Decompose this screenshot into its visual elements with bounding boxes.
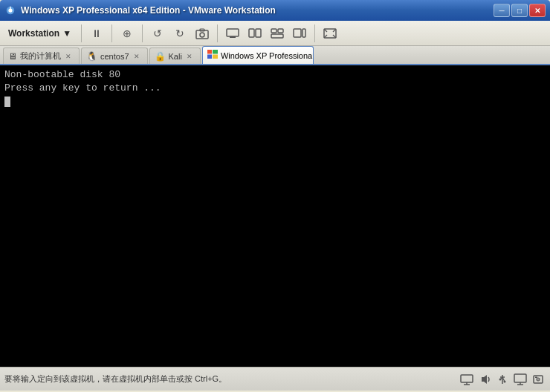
workstation-menu-label: Workstation (8, 28, 59, 39)
title-bar: Windows XP Professional x64 Edition - VM… (0, 0, 550, 21)
svg-rect-14 (302, 29, 305, 37)
usb-status-icon[interactable] (495, 372, 510, 387)
console-line1: Non-bootable disk 80 (4, 68, 546, 82)
network-status-icon[interactable] (459, 372, 474, 387)
snapshot-button[interactable] (192, 24, 213, 43)
pause-button[interactable]: ⏸ (86, 24, 107, 43)
svg-rect-33 (535, 376, 537, 378)
svg-rect-18 (207, 55, 212, 59)
console-line2: Press any key to return ... (4, 82, 546, 95)
tab-winxp[interactable]: Windows XP Professional ... ✕ (202, 46, 314, 64)
svg-point-4 (200, 33, 204, 37)
svg-rect-8 (249, 29, 254, 37)
view4-button[interactable] (289, 24, 310, 43)
svg-rect-12 (271, 34, 283, 38)
toolbar-separator-0 (81, 24, 82, 42)
revert-button[interactable]: ↺ (147, 24, 168, 43)
maximize-button[interactable]: □ (511, 4, 528, 17)
tab-my-computer-icon: 🖥 (8, 51, 17, 62)
tab-my-computer-close[interactable]: ✕ (64, 52, 73, 61)
tab-centos7[interactable]: 🐧 centos7 ✕ (81, 48, 148, 64)
toolbar-separator-2 (142, 24, 143, 42)
svg-rect-17 (213, 50, 218, 54)
tab-my-computer-label: 我的计算机 (20, 50, 61, 62)
tab-kali[interactable]: 🔒 Kali ✕ (149, 48, 201, 64)
svg-point-32 (537, 379, 539, 380)
forward-button[interactable]: ↻ (169, 24, 190, 43)
status-bar: 要将输入定向到该虚拟机，请在虚拟机内部单击或按 Ctrl+G。 (0, 367, 550, 391)
workstation-menu[interactable]: Workstation ▼ (3, 26, 77, 41)
audio-status-icon[interactable] (477, 372, 492, 387)
svg-rect-9 (256, 29, 261, 37)
cursor (4, 97, 10, 107)
fullscreen-button[interactable] (320, 24, 340, 43)
vm-console: Non-bootable disk 80 Press any key to re… (0, 65, 550, 112)
vm-screen[interactable]: Non-bootable disk 80 Press any key to re… (0, 65, 550, 367)
toolbar: Workstation ▼ ⏸ ⊕ ↺ ↻ (0, 21, 550, 46)
toolbar-separator-3 (217, 24, 218, 42)
vm-settings-button[interactable]: ⊕ (117, 24, 138, 43)
svg-rect-7 (230, 36, 236, 38)
console-line3 (4, 95, 546, 108)
tab-winxp-icon (207, 50, 218, 61)
tab-kali-icon: 🔒 (155, 51, 166, 62)
view1-button[interactable] (222, 24, 243, 43)
svg-rect-20 (461, 375, 473, 382)
svg-rect-11 (278, 29, 283, 33)
window-title: Windows XP Professional x64 Edition - VM… (21, 5, 489, 16)
svg-rect-6 (227, 29, 239, 36)
tab-winxp-label: Windows XP Professional ... (221, 51, 314, 60)
svg-rect-19 (213, 55, 218, 59)
tab-kali-label: Kali (169, 52, 182, 61)
tab-kali-close[interactable]: ✕ (185, 52, 194, 61)
svg-rect-27 (514, 374, 526, 382)
status-text: 要将输入定向到该虚拟机，请在虚拟机内部单击或按 Ctrl+G。 (4, 373, 456, 385)
svg-rect-10 (271, 29, 276, 33)
window-controls: ─ □ ✕ (494, 4, 546, 17)
toolbar-separator-4 (314, 24, 315, 42)
view2-button[interactable] (245, 24, 265, 43)
view3-button[interactable] (267, 24, 288, 43)
tab-centos7-label: centos7 (100, 52, 129, 61)
svg-rect-16 (207, 50, 212, 54)
tabs-bar: 🖥 我的计算机 ✕ 🐧 centos7 ✕ 🔒 Kali ✕ Windows X… (0, 46, 550, 65)
minimize-button[interactable]: ─ (494, 4, 510, 17)
tab-centos7-icon: 🐧 (86, 51, 97, 62)
toolbar-separator-1 (111, 24, 112, 42)
display-status-icon[interactable] (513, 372, 528, 387)
close-button[interactable]: ✕ (529, 4, 546, 17)
status-icons (459, 372, 546, 387)
workstation-menu-arrow: ▼ (62, 28, 71, 39)
tab-my-computer[interactable]: 🖥 我的计算机 ✕ (3, 48, 80, 64)
disk-status-icon[interactable] (531, 372, 546, 387)
svg-rect-13 (294, 29, 301, 37)
tab-centos7-close[interactable]: ✕ (132, 52, 141, 61)
app-icon (4, 4, 16, 16)
